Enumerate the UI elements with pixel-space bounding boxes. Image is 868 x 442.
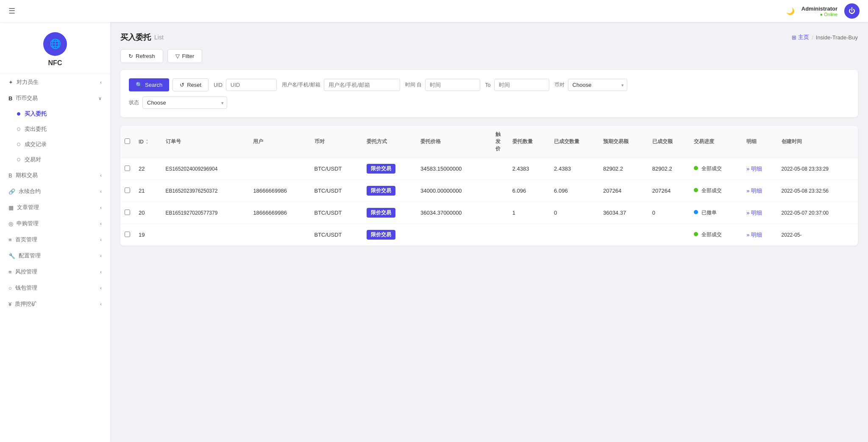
th-expected-amount: 预期交易额	[599, 126, 648, 158]
sidebar-group-header-options[interactable]: B 期权交易 ‹	[0, 167, 110, 183]
uid-input[interactable]	[226, 79, 277, 91]
row-progress: 全部成交	[690, 180, 742, 202]
sidebar-item-buy-order[interactable]: 买入委托	[0, 106, 110, 122]
main-content: 买入委托 List ⊞ 主页 / Inside-Trade-Buy ↻ Refr…	[110, 22, 868, 442]
row-expected-amount: 36034.37	[599, 202, 648, 224]
row-created-at: 2022-05-07 20:37:00	[777, 202, 858, 224]
sidebar-group-header-subscribe[interactable]: ◎ 申购管理 ‹	[0, 215, 110, 232]
row-created-at: 2022-05-08 23:33:29	[777, 158, 858, 180]
th-filled-amount: 已成交额	[648, 126, 690, 158]
sidebar-group-homepage: ≡ 首页管理 ‹	[0, 232, 110, 248]
top-header: ☰ 🌙 Administrator Online ⏻	[0, 0, 868, 22]
detail-link[interactable]: » 明细	[746, 232, 762, 238]
row-method: 限价交易	[362, 180, 416, 202]
user-status: Online	[820, 12, 838, 17]
sidebar-item-sell-order[interactable]: 卖出委托	[0, 122, 110, 137]
sidebar-group-header-perpetual[interactable]: 🔗 永续合约 ‹	[0, 183, 110, 199]
filter-button[interactable]: ▽ Filter	[167, 49, 203, 63]
row-order-no	[161, 224, 249, 246]
sidebar-group-header-homepage[interactable]: ≡ 首页管理 ‹	[0, 232, 110, 248]
sidebar-group-header-cointrading[interactable]: B 币币交易 ∨	[0, 90, 110, 106]
time-to-input[interactable]	[494, 79, 549, 91]
row-checkbox[interactable]	[125, 232, 130, 237]
group-prefix-subscribe: ◎	[8, 221, 13, 227]
row-checkbox[interactable]	[125, 166, 130, 171]
reset-button[interactable]: ↺ Reset	[172, 78, 209, 91]
detail-link[interactable]: » 明细	[746, 166, 762, 172]
row-checkbox[interactable]	[125, 210, 130, 215]
group-title-wallet: 钱包管理	[15, 284, 37, 292]
row-user	[249, 224, 310, 246]
group-prefix-riskcontrol: ≡	[8, 269, 12, 275]
row-filled-qty: 0	[550, 202, 599, 224]
select-all-checkbox[interactable]	[125, 138, 130, 144]
page-subtitle: List	[154, 34, 164, 41]
logo-area: 🌐 NFC	[0, 22, 110, 74]
breadcrumb-home-link[interactable]: ⊞ 主页	[792, 33, 809, 41]
user-field: 用户名/手机/邮箱	[282, 79, 400, 91]
row-pair: BTC/USDT	[310, 158, 362, 180]
hamburger-icon[interactable]: ☰	[8, 6, 15, 16]
group-title-homepage: 首页管理	[15, 236, 37, 243]
filter-panel: 🔍 Search ↺ Reset UID 用户名/手机/邮箱	[120, 70, 858, 117]
group-prefix: ✦	[8, 79, 13, 86]
group-label-perpetual: 🔗 永续合约	[8, 188, 41, 195]
search-button[interactable]: 🔍 Search	[129, 78, 169, 91]
group-prefix-options: B	[8, 172, 12, 179]
group-label-wallet: ○ 钱包管理	[8, 284, 37, 292]
logo-icon: 🌐	[43, 32, 67, 56]
group-title-config: 配置管理	[19, 252, 41, 260]
sidebar-group-wallet: ○ 钱包管理 ‹	[0, 280, 110, 296]
reset-icon: ↺	[180, 82, 184, 88]
group-title-riskcontrol: 风控管理	[15, 268, 37, 276]
chevron-icon: ‹	[100, 237, 102, 242]
sort-arrows-id[interactable]: ▲▼	[145, 138, 149, 145]
coin-field: 币对 Choose BTC/USDT ETH/USDT	[554, 79, 627, 91]
power-button[interactable]: ⏻	[844, 3, 860, 19]
sidebar-group-riskcontrol: ≡ 风控管理 ‹	[0, 264, 110, 280]
row-quantity: 1	[508, 202, 550, 224]
row-id: 21	[134, 180, 161, 202]
sidebar-group-header-admin[interactable]: ✦ 对力员生 ‹	[0, 74, 110, 90]
toolbar: ↻ Refresh ▽ Filter	[120, 49, 858, 63]
time-from-input[interactable]	[425, 79, 480, 91]
sidebar-group-header-wallet[interactable]: ○ 钱包管理 ‹	[0, 280, 110, 296]
chevron-icon: ‹	[100, 221, 102, 226]
status-label: 状态	[129, 99, 139, 106]
home-icon: ⊞	[792, 34, 796, 41]
row-quantity: 6.096	[508, 180, 550, 202]
progress-dot	[694, 166, 698, 170]
chevron-icon: ‹	[100, 173, 102, 178]
sidebar-group-article: ▦ 文章管理 ‹	[0, 199, 110, 215]
row-checkbox[interactable]	[125, 188, 130, 193]
group-prefix-coin: B	[8, 95, 12, 102]
row-quantity: 2.4383	[508, 158, 550, 180]
row-user	[249, 158, 310, 180]
row-trigger	[488, 202, 508, 224]
time-to-field: To	[485, 79, 549, 91]
status-select[interactable]: Choose 全部成交 已撤单 部分成交 未成交	[142, 97, 227, 109]
th-trigger: 触发价	[488, 126, 508, 158]
sidebar-group-header-mining[interactable]: ¥ 质押挖矿 ‹	[0, 296, 110, 312]
sidebar-group-header-riskcontrol[interactable]: ≡ 风控管理 ‹	[0, 264, 110, 280]
sidebar-group-header-config[interactable]: 🔧 配置管理 ‹	[0, 248, 110, 264]
user-input[interactable]	[324, 79, 400, 91]
coin-select[interactable]: Choose BTC/USDT ETH/USDT	[568, 79, 627, 91]
method-tag: 限价交易	[367, 186, 395, 196]
uid-label: UID	[214, 82, 223, 88]
table-container: ID ▲▼ 订单号 用户 币对 委托方式 委托价格 触发价 委托数量	[120, 126, 858, 246]
detail-link[interactable]: » 明细	[746, 210, 762, 216]
moon-icon[interactable]: 🌙	[786, 7, 795, 15]
sidebar-item-trade-record[interactable]: 成交记录	[0, 137, 110, 152]
row-id: 22	[134, 158, 161, 180]
logo-text: NFC	[48, 59, 62, 67]
sidebar-item-trade-pair[interactable]: 交易对	[0, 152, 110, 167]
th-id: ID ▲▼	[134, 126, 161, 158]
row-detail: » 明细	[742, 158, 777, 180]
sidebar-group-header-article[interactable]: ▦ 文章管理 ‹	[0, 199, 110, 215]
breadcrumb-current: Inside-Trade-Buy	[816, 34, 858, 41]
refresh-button[interactable]: ↻ Refresh	[120, 49, 163, 63]
sidebar-group-subscribe: ◎ 申购管理 ‹	[0, 215, 110, 232]
detail-link[interactable]: » 明细	[746, 188, 762, 194]
row-filled-amount: 207264	[648, 180, 690, 202]
